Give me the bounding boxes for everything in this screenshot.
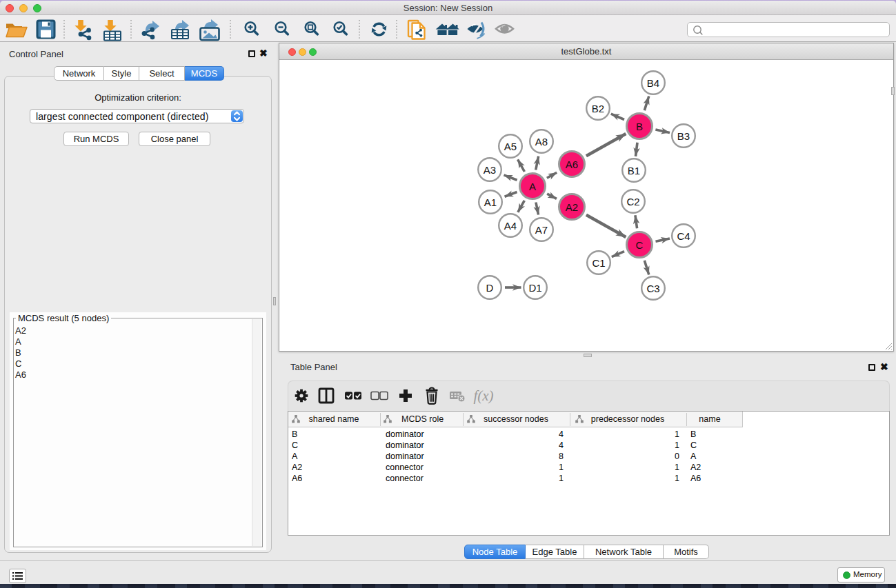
svg-text:A4: A4 (504, 220, 517, 232)
svg-text:B: B (636, 121, 643, 132)
svg-text:A2: A2 (566, 201, 578, 213)
svg-text:D: D (486, 282, 494, 294)
svg-text:f(x): f(x) (473, 387, 493, 404)
svg-text:B2: B2 (592, 103, 604, 114)
svg-text:D1: D1 (528, 282, 541, 294)
svg-text:A6: A6 (566, 159, 578, 170)
svg-text:A7: A7 (535, 224, 548, 236)
svg-text:A5: A5 (504, 141, 517, 152)
svg-text:B4: B4 (647, 77, 659, 89)
svg-text:A8: A8 (535, 136, 548, 148)
svg-text:C2: C2 (626, 196, 639, 207)
svg-text:A1: A1 (484, 196, 497, 208)
svg-text:A3: A3 (484, 164, 496, 176)
svg-text:B3: B3 (677, 130, 690, 142)
svg-text:B1: B1 (628, 165, 640, 176)
svg-text:C: C (636, 239, 644, 251)
svg-text:C1: C1 (592, 257, 605, 269)
svg-text:C3: C3 (646, 283, 659, 294)
svg-text:A: A (529, 181, 536, 192)
svg-text:C4: C4 (677, 230, 690, 242)
